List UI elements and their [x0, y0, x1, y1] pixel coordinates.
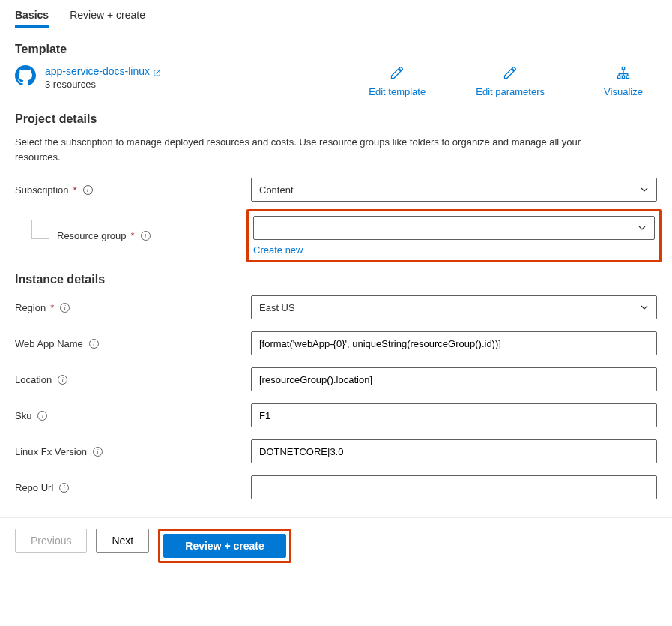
webapp-name-label: Web App Name i	[15, 338, 251, 349]
project-details-description: Select the subscription to manage deploy…	[15, 135, 584, 164]
required-asterisk: *	[131, 230, 135, 241]
webapp-name-input[interactable]	[251, 331, 657, 355]
edit-parameters-action[interactable]: Edit parameters	[476, 65, 545, 97]
visualize-label: Visualize	[604, 86, 643, 97]
hierarchy-icon	[616, 65, 631, 80]
resource-group-highlight: Create new	[246, 209, 662, 262]
template-heading: Template	[15, 43, 657, 56]
chevron-down-icon	[638, 223, 647, 232]
resource-group-label: Resource group * i	[15, 230, 251, 241]
previous-button: Previous	[15, 529, 87, 553]
edit-parameters-label: Edit parameters	[476, 86, 545, 97]
required-asterisk: *	[73, 184, 77, 196]
repourl-label: Repo Url i	[15, 482, 251, 493]
chevron-down-icon	[640, 185, 649, 194]
location-input[interactable]	[251, 367, 657, 391]
subscription-value: Content	[259, 184, 294, 196]
project-details-heading: Project details	[15, 112, 657, 126]
pencil-icon	[503, 65, 518, 80]
info-icon[interactable]: i	[59, 483, 69, 493]
sku-label: Sku i	[15, 410, 251, 421]
repourl-input[interactable]	[251, 475, 657, 499]
template-link-text: app-service-docs-linux	[45, 65, 150, 77]
visualize-action[interactable]: Visualize	[590, 65, 657, 97]
github-icon	[15, 65, 36, 86]
pencil-icon	[390, 65, 405, 80]
instance-details-heading: Instance details	[15, 273, 657, 286]
subscription-label: Subscription * i	[15, 184, 251, 196]
next-button[interactable]: Next	[96, 529, 149, 553]
resource-group-select[interactable]	[253, 216, 655, 240]
svg-rect-3	[626, 76, 629, 78]
svg-rect-0	[622, 67, 624, 70]
indent-connector	[31, 220, 49, 239]
footer-bar: Previous Next Review + create	[0, 517, 672, 574]
region-label: Region * i	[15, 302, 251, 313]
review-create-button[interactable]: Review + create	[163, 534, 285, 558]
review-create-highlight: Review + create	[158, 529, 291, 563]
edit-template-action[interactable]: Edit template	[363, 65, 431, 97]
info-icon[interactable]: i	[60, 303, 70, 313]
required-asterisk: *	[50, 302, 54, 313]
info-icon[interactable]: i	[58, 375, 67, 385]
region-select[interactable]: East US	[251, 295, 657, 319]
info-icon[interactable]: i	[83, 185, 93, 195]
chevron-down-icon	[640, 303, 649, 312]
linuxfx-input[interactable]	[251, 439, 657, 463]
external-link-icon	[153, 67, 161, 76]
template-resources-count: 3 resources	[45, 79, 285, 90]
location-label: Location i	[15, 374, 251, 385]
info-icon[interactable]: i	[89, 339, 99, 349]
tab-basics[interactable]: Basics	[15, 3, 49, 28]
tab-bar: Basics Review + create	[15, 0, 657, 28]
info-icon[interactable]: i	[141, 231, 151, 241]
edit-template-label: Edit template	[369, 86, 426, 97]
template-row: app-service-docs-linux 3 resources Edit …	[15, 65, 657, 97]
template-link[interactable]: app-service-docs-linux	[45, 65, 161, 77]
info-icon[interactable]: i	[37, 411, 47, 421]
region-value: East US	[259, 302, 295, 313]
create-new-link[interactable]: Create new	[253, 244, 303, 256]
sku-input[interactable]	[251, 403, 657, 427]
linuxfx-label: Linux Fx Version i	[15, 446, 251, 457]
svg-rect-1	[618, 76, 620, 78]
subscription-select[interactable]: Content	[251, 178, 657, 202]
tab-review-create[interactable]: Review + create	[70, 3, 145, 28]
info-icon[interactable]: i	[93, 447, 103, 457]
svg-rect-2	[622, 76, 624, 78]
